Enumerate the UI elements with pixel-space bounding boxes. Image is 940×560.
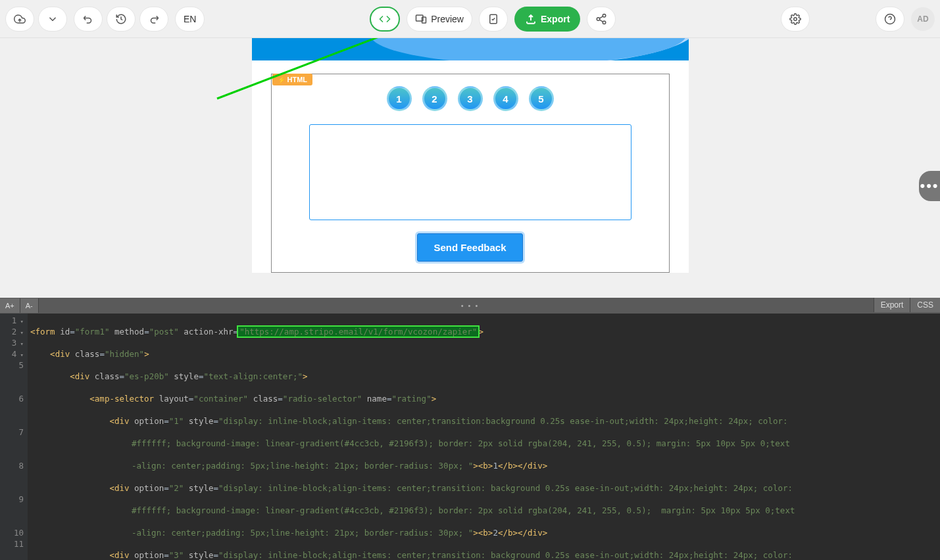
resize-handle[interactable]: • • • (461, 302, 480, 310)
export-button[interactable]: Export (514, 7, 580, 32)
email-header-image (252, 38, 689, 60)
email-preview-frame: ⚡HTML 1 2 3 4 5 Send Feedback (252, 38, 689, 273)
devices-icon (415, 13, 427, 25)
preview-label: Preview (431, 14, 464, 24)
code-editor[interactable]: 1 2 3 4 5 6 7 8 9 10 11 <form id="form1"… (0, 314, 940, 560)
export-label: Export (541, 14, 570, 24)
code-toggle-button[interactable] (370, 7, 400, 32)
action-xhr-value: "https://amp.stripo.email/v1/form/vcozon… (238, 327, 478, 337)
code-icon (379, 13, 391, 25)
font-increase-button[interactable]: A+ (0, 298, 20, 313)
code-editor-toolbar: A+ A- • • • Export CSS (0, 298, 940, 314)
help-button[interactable] (876, 7, 904, 32)
undo-button[interactable] (74, 7, 103, 32)
svg-point-4 (597, 17, 601, 20)
rating-option-3[interactable]: 3 (458, 86, 483, 111)
code-content[interactable]: <form id="form1" method="post" action-xh… (28, 314, 798, 560)
rating-option-2[interactable]: 2 (422, 86, 447, 111)
undo-icon (82, 13, 94, 25)
editor-canvas: ••• ⚡HTML 1 2 3 4 5 Send Feedback ••• (0, 38, 940, 298)
chevron-down-icon (47, 13, 59, 25)
svg-point-3 (603, 14, 606, 17)
editor-tab-export[interactable]: Export (874, 298, 910, 312)
settings-button[interactable] (781, 7, 810, 32)
share-button[interactable] (587, 7, 616, 32)
checklist-button[interactable] (479, 7, 508, 32)
cloud-dropdown[interactable] (38, 7, 67, 32)
cloud-button[interactable] (5, 7, 34, 32)
line-gutter: 1 2 3 4 5 6 7 8 9 10 11 (0, 314, 28, 560)
help-icon (884, 13, 896, 25)
clipboard-check-icon (487, 13, 499, 25)
user-avatar[interactable]: AD (911, 7, 935, 31)
floating-menu[interactable]: ••• (919, 171, 940, 201)
preview-button[interactable]: Preview (407, 7, 472, 32)
history-icon (115, 13, 127, 25)
rating-option-4[interactable]: 4 (493, 86, 518, 111)
svg-point-6 (794, 17, 797, 20)
redo-button[interactable] (139, 7, 168, 32)
font-decrease-button[interactable]: A- (20, 298, 39, 313)
history-button[interactable] (107, 7, 136, 32)
feedback-textarea[interactable] (309, 124, 631, 220)
gear-icon (789, 13, 801, 25)
html-badge: ⚡HTML (272, 74, 313, 85)
upload-icon (525, 13, 537, 25)
svg-point-5 (603, 21, 606, 24)
rating-row: 1 2 3 4 5 (272, 74, 669, 124)
cloud-icon (14, 13, 26, 25)
top-toolbar: EN Preview Export AD (0, 0, 940, 38)
send-feedback-button[interactable]: Send Feedback (417, 233, 522, 262)
language-button[interactable]: EN (175, 7, 205, 32)
html-block[interactable]: ⚡HTML 1 2 3 4 5 Send Feedback (271, 74, 670, 273)
rating-option-5[interactable]: 5 (529, 86, 554, 111)
editor-tab-css[interactable]: CSS (910, 298, 940, 312)
redo-icon (148, 13, 160, 25)
share-icon (595, 13, 607, 25)
rating-option-1[interactable]: 1 (387, 86, 412, 111)
